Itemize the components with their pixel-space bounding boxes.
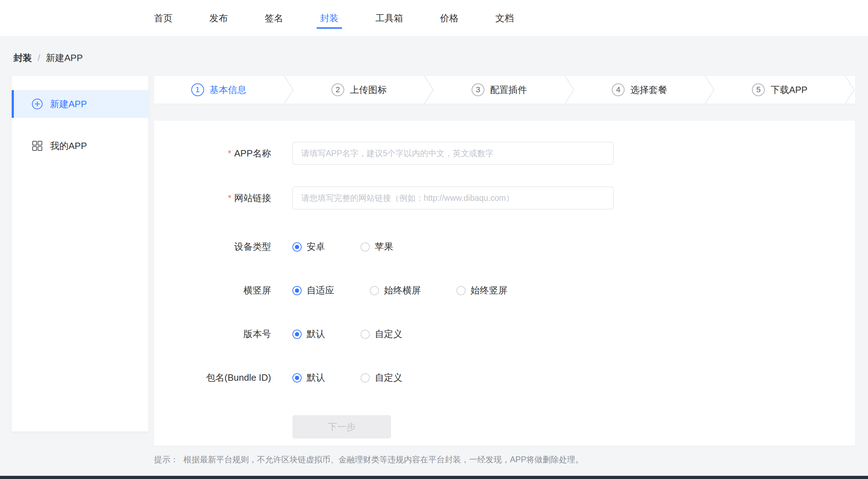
grid-icon bbox=[32, 140, 43, 152]
platform-rule-tip: 提示： 根据最新平台规则，不允许区块链虚拟币、金融理财类等违规内容在平台封装，一… bbox=[154, 454, 855, 465]
step-configure-plugin: 3 配置插件 bbox=[434, 76, 564, 104]
tip-prefix: 提示： bbox=[154, 454, 178, 465]
app-name-label: *APP名称 bbox=[154, 147, 271, 160]
step-label: 基本信息 bbox=[210, 84, 247, 96]
chevron-right-icon bbox=[704, 76, 715, 104]
device-type-row: 设备类型 安卓 苹果 bbox=[154, 241, 855, 253]
radio-unselected-icon bbox=[456, 286, 466, 295]
nav-item-price[interactable]: 价格 bbox=[440, 0, 458, 37]
step-basic-info: 1 基本信息 bbox=[154, 76, 284, 104]
sidebar-item-label: 我的APP bbox=[50, 140, 87, 152]
next-step-button[interactable]: 下一步 bbox=[292, 415, 391, 439]
step-number-badge: 3 bbox=[472, 83, 484, 96]
basic-info-form: *APP名称 *网站链接 设备类型 安卓 苹果 bbox=[154, 121, 855, 446]
orientation-label: 横竖屏 bbox=[154, 284, 271, 297]
nav-items: 首页 发布 签名 封装 工具箱 价格 文档 bbox=[154, 0, 514, 37]
app-name-row: *APP名称 bbox=[154, 142, 855, 165]
step-number-badge: 4 bbox=[612, 83, 625, 96]
radio-selected-icon bbox=[292, 242, 302, 252]
step-label: 上传图标 bbox=[350, 84, 387, 96]
nav-item-toolbox[interactable]: 工具箱 bbox=[375, 0, 403, 37]
radio-selected-icon bbox=[292, 373, 302, 382]
sidebar: 新建APP 我的APP bbox=[12, 76, 148, 431]
version-row: 版本号 默认 自定义 bbox=[154, 328, 855, 340]
step-wizard: 1 基本信息 2 上传图标 3 配置插件 4 选择套餐 5 下载APP bbox=[154, 76, 855, 104]
radio-version-custom[interactable]: 自定义 bbox=[361, 328, 402, 340]
orientation-row: 横竖屏 自适应 始终横屏 始终竖屏 bbox=[154, 284, 855, 297]
step-label: 下载APP bbox=[770, 84, 807, 96]
step-download-app: 5 下载APP bbox=[715, 76, 845, 104]
radio-unselected-icon bbox=[361, 242, 370, 252]
chevron-right-icon bbox=[284, 76, 294, 104]
plus-circle-icon bbox=[32, 98, 43, 110]
button-row: 下一步 bbox=[154, 415, 855, 439]
nav-item-sign[interactable]: 签名 bbox=[265, 0, 283, 37]
radio-selected-icon bbox=[292, 330, 302, 339]
breadcrumb: 封装 / 新建APP bbox=[13, 52, 868, 64]
radio-selected-icon bbox=[292, 286, 302, 295]
main-content: 1 基本信息 2 上传图标 3 配置插件 4 选择套餐 5 下载APP bbox=[154, 76, 855, 465]
sidebar-item-label: 新建APP bbox=[50, 98, 87, 110]
nav-item-home[interactable]: 首页 bbox=[154, 0, 172, 37]
site-url-label: *网站链接 bbox=[154, 192, 271, 204]
radio-always-portrait[interactable]: 始终竖屏 bbox=[456, 284, 507, 297]
device-type-radio-group: 安卓 苹果 bbox=[292, 241, 429, 253]
radio-bundle-custom[interactable]: 自定义 bbox=[361, 371, 402, 384]
radio-version-default[interactable]: 默认 bbox=[292, 328, 325, 340]
tip-text: 根据最新平台规则，不允许区块链虚拟币、金融理财类等违规内容在平台封装，一经发现，… bbox=[183, 454, 583, 465]
breadcrumb-separator: / bbox=[38, 53, 40, 64]
radio-adaptive[interactable]: 自适应 bbox=[292, 284, 334, 297]
required-mark: * bbox=[228, 193, 231, 203]
radio-apple[interactable]: 苹果 bbox=[361, 241, 393, 253]
nav-item-publish[interactable]: 发布 bbox=[209, 0, 228, 37]
radio-android[interactable]: 安卓 bbox=[292, 241, 325, 253]
site-url-row: *网站链接 bbox=[154, 187, 855, 209]
step-number-badge: 5 bbox=[752, 83, 765, 96]
breadcrumb-current: 新建APP bbox=[46, 52, 83, 64]
footer-strip bbox=[0, 476, 868, 479]
step-upload-icon: 2 上传图标 bbox=[294, 76, 424, 104]
bundle-id-label: 包名(Bundle ID) bbox=[154, 371, 271, 384]
chevron-right-icon bbox=[424, 76, 434, 104]
bundle-id-row: 包名(Bundle ID) 默认 自定义 bbox=[154, 371, 855, 384]
step-select-plan: 4 选择套餐 bbox=[575, 76, 704, 104]
version-label: 版本号 bbox=[154, 328, 271, 340]
nav-item-package[interactable]: 封装 bbox=[320, 0, 339, 37]
radio-unselected-icon bbox=[370, 286, 379, 295]
radio-always-landscape[interactable]: 始终横屏 bbox=[370, 284, 421, 297]
radio-unselected-icon bbox=[361, 373, 370, 382]
step-label: 配置插件 bbox=[490, 84, 527, 96]
orientation-radio-group: 自适应 始终横屏 始终竖屏 bbox=[292, 284, 543, 297]
chevron-right-icon bbox=[845, 76, 855, 104]
radio-unselected-icon bbox=[361, 330, 370, 339]
chevron-right-icon bbox=[564, 76, 575, 104]
step-number-badge: 1 bbox=[191, 83, 204, 96]
required-mark: * bbox=[228, 148, 231, 159]
version-radio-group: 默认 自定义 bbox=[292, 328, 438, 340]
top-navigation: 首页 发布 签名 封装 工具箱 价格 文档 bbox=[0, 0, 868, 37]
step-number-badge: 2 bbox=[331, 83, 344, 96]
breadcrumb-root[interactable]: 封装 bbox=[13, 52, 32, 64]
radio-bundle-default[interactable]: 默认 bbox=[292, 371, 325, 384]
bundle-id-radio-group: 默认 自定义 bbox=[292, 371, 438, 384]
nav-item-docs[interactable]: 文档 bbox=[495, 0, 514, 37]
device-type-label: 设备类型 bbox=[154, 241, 271, 253]
sidebar-item-my-app[interactable]: 我的APP bbox=[12, 132, 148, 160]
site-url-input[interactable] bbox=[292, 187, 614, 209]
app-name-input[interactable] bbox=[292, 142, 614, 165]
sidebar-item-new-app[interactable]: 新建APP bbox=[12, 90, 148, 118]
step-label: 选择套餐 bbox=[630, 84, 667, 96]
